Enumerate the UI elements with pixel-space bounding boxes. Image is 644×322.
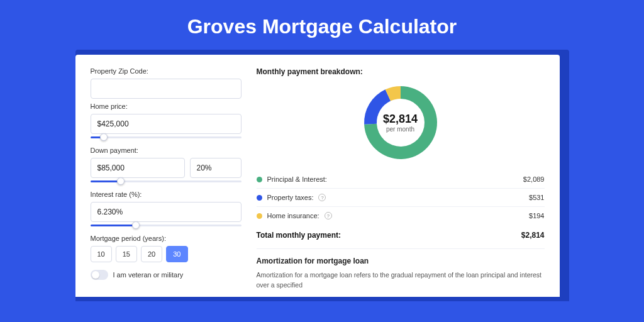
donut-chart: $2,814 per month <box>363 85 438 160</box>
card-shadow: Property Zip Code: Home price: Down paym… <box>75 50 569 301</box>
down-payment-field: Down payment: <box>91 147 242 187</box>
period-field: Mortgage period (years): 10152030 <box>91 235 242 262</box>
home-price-label: Home price: <box>91 103 242 110</box>
interest-rate-label: Interest rate (%): <box>91 191 242 198</box>
zip-input[interactable] <box>91 79 242 99</box>
amortization-text: Amortization for a mortgage loan refers … <box>257 270 545 291</box>
total-label: Total monthly payment: <box>257 231 341 240</box>
home-price-input[interactable] <box>91 114 242 134</box>
breakdown-item: Property taxes:?$531 <box>257 189 545 207</box>
legend-dot <box>257 195 262 201</box>
down-payment-pct-input[interactable] <box>190 158 242 178</box>
donut-sub: per month <box>386 126 414 133</box>
breakdown-label: Home insurance: <box>267 212 319 219</box>
veteran-toggle[interactable] <box>91 270 108 280</box>
period-option-10[interactable]: 10 <box>91 246 112 262</box>
home-price-slider[interactable] <box>91 133 242 143</box>
donut-wrap: $2,814 per month <box>257 85 545 160</box>
breakdown-title: Monthly payment breakdown: <box>257 67 545 76</box>
breakdown-item: Principal & Interest:$2,089 <box>257 170 545 189</box>
breakdown-value: $2,089 <box>523 175 545 183</box>
calculator-card: Property Zip Code: Home price: Down paym… <box>75 55 560 297</box>
down-payment-slider[interactable] <box>91 177 242 187</box>
results-panel: Monthly payment breakdown: $2,814 per mo… <box>257 67 545 291</box>
form-panel: Property Zip Code: Home price: Down paym… <box>91 67 242 291</box>
down-payment-label: Down payment: <box>91 147 242 154</box>
total-value: $2,814 <box>521 231 545 240</box>
donut-center: $2,814 per month <box>363 85 438 160</box>
veteran-row: I am veteran or military <box>91 270 242 280</box>
interest-rate-field: Interest rate (%): <box>91 191 242 231</box>
info-icon[interactable]: ? <box>325 212 332 219</box>
breakdown-label: Property taxes: <box>267 194 314 201</box>
breakdown-value: $531 <box>529 194 544 201</box>
donut-value: $2,814 <box>383 113 418 126</box>
breakdown-label: Principal & Interest: <box>267 175 327 183</box>
breakdown-item: Home insurance:?$194 <box>257 207 545 225</box>
home-price-field: Home price: <box>91 103 242 143</box>
amortization-title: Amortization for mortgage loan <box>257 248 545 265</box>
total-row: Total monthly payment: $2,814 <box>257 225 545 248</box>
interest-rate-slider[interactable] <box>91 221 242 231</box>
period-option-20[interactable]: 20 <box>141 246 162 262</box>
veteran-label: I am veteran or military <box>113 271 184 279</box>
legend-dot <box>257 213 262 219</box>
zip-field: Property Zip Code: <box>91 67 242 99</box>
period-option-15[interactable]: 15 <box>116 246 137 262</box>
period-option-30[interactable]: 30 <box>166 246 187 262</box>
info-icon[interactable]: ? <box>318 194 326 201</box>
breakdown-list: Principal & Interest:$2,089Property taxe… <box>257 170 545 225</box>
page-title: Groves Mortgage Calculator <box>0 0 644 50</box>
down-payment-input[interactable] <box>91 158 185 178</box>
breakdown-value: $194 <box>529 212 544 219</box>
legend-dot <box>257 177 262 182</box>
period-segmented: 10152030 <box>91 246 242 262</box>
zip-label: Property Zip Code: <box>91 67 242 75</box>
interest-rate-input[interactable] <box>91 202 242 222</box>
period-label: Mortgage period (years): <box>91 235 242 242</box>
